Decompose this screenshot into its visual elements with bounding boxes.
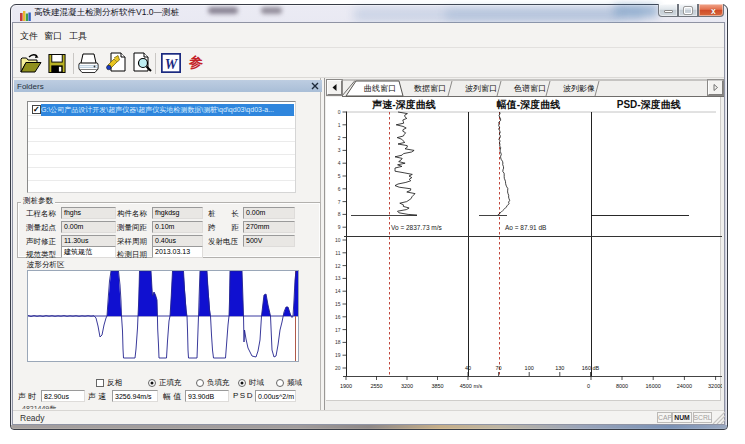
svg-text:8000: 8000 <box>616 383 628 389</box>
svg-text:15: 15 <box>335 301 341 307</box>
svg-text:17: 17 <box>335 327 341 333</box>
svg-text:32000 u: 32000 u <box>708 383 722 389</box>
svg-text:6: 6 <box>338 186 341 192</box>
svg-text:声速-深度曲线: 声速-深度曲线 <box>371 99 435 110</box>
svg-text:9: 9 <box>338 224 341 230</box>
svg-text:13: 13 <box>335 275 341 281</box>
svg-text:16: 16 <box>335 314 341 320</box>
svg-text:2: 2 <box>338 135 341 141</box>
svg-text:18: 18 <box>335 339 341 345</box>
svg-text:0: 0 <box>587 383 590 389</box>
svg-text:20: 20 <box>335 365 341 371</box>
svg-text:1: 1 <box>338 122 341 128</box>
svg-text:4500 m/s: 4500 m/s <box>460 383 483 389</box>
svg-text:1900: 1900 <box>340 383 352 389</box>
svg-text:12: 12 <box>335 263 341 269</box>
svg-text:8: 8 <box>338 211 341 217</box>
svg-text:11: 11 <box>335 250 340 256</box>
svg-text:24000: 24000 <box>677 383 692 389</box>
svg-text:7: 7 <box>338 199 341 205</box>
svg-text:3200: 3200 <box>401 383 413 389</box>
svg-text:4: 4 <box>338 160 341 166</box>
svg-text:幅值-深度曲线: 幅值-深度曲线 <box>496 99 560 110</box>
svg-text:2550: 2550 <box>370 383 382 389</box>
svg-text:W: W <box>165 57 179 72</box>
svg-text:100: 100 <box>525 365 534 371</box>
svg-text:130: 130 <box>555 365 564 371</box>
svg-text:3: 3 <box>338 147 341 153</box>
svg-text:70: 70 <box>496 365 502 371</box>
svg-text:10: 10 <box>335 237 341 243</box>
svg-text:40: 40 <box>465 365 471 371</box>
svg-text:16000: 16000 <box>646 383 661 389</box>
svg-text:14: 14 <box>335 288 341 294</box>
svg-text:5: 5 <box>338 173 341 179</box>
svg-text:Vo = 2837.73 m/s: Vo = 2837.73 m/s <box>391 224 443 231</box>
svg-text:Ao = 87.91 dB: Ao = 87.91 dB <box>505 224 546 231</box>
svg-text:160 dB: 160 dB <box>582 365 600 371</box>
svg-text:19: 19 <box>335 352 341 358</box>
svg-text:3850: 3850 <box>431 383 443 389</box>
svg-text:0: 0 <box>338 109 341 115</box>
svg-text:PSD-深度曲线: PSD-深度曲线 <box>617 99 681 110</box>
